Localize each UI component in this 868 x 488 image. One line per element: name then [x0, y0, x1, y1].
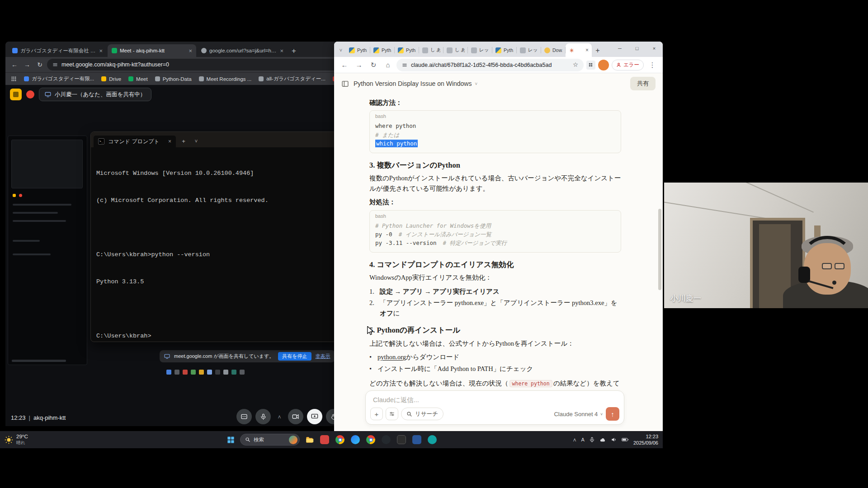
python-org-link[interactable]: python.org	[377, 353, 406, 361]
browser-tab[interactable]: レッ...	[517, 43, 541, 57]
microphone-button[interactable]	[255, 409, 271, 424]
terminal-tab[interactable]: >_ コマンド プロンプト ×	[94, 136, 176, 147]
weather-widget[interactable]: 29°C 晴れ	[5, 431, 28, 448]
terminal-dropdown-icon[interactable]: ∨	[191, 138, 201, 144]
tab-search-icon[interactable]: ∨	[336, 43, 346, 57]
terminal-app-icon[interactable]	[396, 434, 407, 446]
browser-tab[interactable]: レッス...	[468, 43, 492, 57]
start-button[interactable]	[225, 434, 236, 446]
browser-tab-meet[interactable]: Meet - akq-pihm-ktt ×	[108, 44, 196, 57]
code-block: bash # Python Launcher for Windowsを使用 py…	[369, 210, 621, 253]
preview-line	[13, 204, 71, 206]
section-heading: 確認方法：	[369, 98, 621, 108]
bookmark-item[interactable]: ガラバゴスタディー有限...	[24, 75, 94, 82]
research-button[interactable]: リサーチ	[401, 408, 443, 420]
file-explorer-icon[interactable]	[303, 434, 315, 446]
onedrive-cloud-icon[interactable]	[599, 436, 606, 443]
shared-screen-self-preview[interactable]	[8, 136, 87, 365]
share-button[interactable]: 共有	[630, 77, 656, 90]
browser-tab-google[interactable]: google.com/url?sa=j&url=http... ×	[197, 44, 288, 57]
bookmark-item[interactable]: Meet Recordings ...	[199, 76, 252, 82]
hide-banner-link[interactable]: 非表示	[316, 353, 330, 360]
new-terminal-tab-button[interactable]: +	[179, 138, 189, 145]
speaker-icon[interactable]	[611, 436, 617, 443]
url-text: meet.google.com/akq-pihm-ktt?authuser=0	[61, 61, 169, 68]
browser-tab[interactable]: Pyth...	[346, 43, 370, 57]
bookmark-item[interactable]: Meet	[128, 76, 148, 82]
photos-icon[interactable]	[426, 434, 438, 446]
send-button[interactable]: ↑	[606, 407, 619, 421]
captions-button[interactable]	[236, 409, 252, 424]
bookmark-item[interactable]: Drive	[101, 76, 121, 82]
device-chevron-button[interactable]: ∧	[274, 412, 284, 422]
ime-indicator[interactable]: A	[581, 437, 585, 442]
browser-menu-icon[interactable]: ⋮	[646, 59, 658, 71]
reply-input[interactable]	[373, 396, 616, 404]
chrome-profile2-icon[interactable]	[365, 434, 377, 446]
forward-button[interactable]: →	[22, 59, 33, 70]
sync-error-chip[interactable]: エラー	[612, 60, 644, 70]
tab-close-icon[interactable]: ×	[189, 47, 192, 54]
browser-tab[interactable]: し あ...	[443, 43, 468, 57]
home-button[interactable]: ⌂	[382, 59, 394, 71]
apps-grid-icon[interactable]	[11, 76, 17, 82]
attach-button[interactable]: +	[370, 408, 383, 420]
camera-button[interactable]	[288, 409, 303, 424]
browser-tab[interactable]: Dow...	[541, 43, 566, 57]
taskbar-search[interactable]: 検索	[240, 434, 300, 446]
tab-close-icon[interactable]: ×	[168, 138, 171, 145]
bookmark-item[interactable]: Python-Data	[155, 76, 192, 82]
presentation-icon[interactable]	[10, 89, 22, 100]
extension-icon[interactable]	[586, 61, 595, 70]
browser-tab[interactable]: し あ...	[419, 43, 443, 57]
battery-icon[interactable]	[622, 437, 629, 442]
tab-close-icon[interactable]: ×	[280, 47, 283, 54]
edge-icon[interactable]	[349, 434, 361, 446]
conversation-title[interactable]: Python Version Display Issue on Windows …	[354, 80, 478, 87]
code-content[interactable]: # Python Launcher for Windowsを使用 py -0# …	[370, 219, 621, 252]
browser-tab[interactable]: Pyth...	[370, 43, 395, 57]
back-button[interactable]: ←	[339, 59, 350, 71]
stop-sharing-button[interactable]: 共有を停止	[278, 352, 311, 361]
browser-tab[interactable]: Pyth...	[395, 43, 419, 57]
model-selector[interactable]: Claude Sonnet 4 ∨	[554, 411, 603, 418]
sliders-icon	[389, 411, 395, 417]
tab-title: Pyth...	[357, 47, 367, 53]
recorder-app-icon[interactable]	[319, 434, 330, 446]
webcam-overlay[interactable]: 小川慶一	[664, 183, 868, 308]
profile-avatar[interactable]	[598, 60, 609, 70]
code-comment: # 特定バージョンで実行	[443, 239, 507, 246]
github-desktop-icon[interactable]	[380, 434, 392, 446]
taskbar-clock[interactable]: 12:23 2025/09/06	[633, 433, 658, 446]
bookmark-star-icon[interactable]: ☆	[573, 61, 578, 69]
address-bar[interactable]: claude.ai/chat/67b8f1a2-1d52-4f56-bbda-c…	[396, 59, 584, 71]
word-icon[interactable]	[411, 434, 423, 446]
presenter-pill[interactable]: 小川慶一（あなた、画面を共有中）	[39, 88, 151, 101]
code-content[interactable]: where python # または which python	[370, 119, 621, 152]
maximize-button[interactable]: □	[628, 42, 646, 55]
new-tab-button[interactable]: +	[592, 44, 604, 57]
reload-button[interactable]: ↻	[368, 59, 379, 71]
browser-tab-calendar[interactable]: ガラバゴスタディー有限会社 - カレン ×	[8, 44, 107, 57]
forward-button[interactable]: →	[353, 59, 365, 71]
present-button[interactable]	[307, 409, 322, 424]
sidebar-toggle-icon[interactable]	[341, 80, 349, 88]
tab-close-icon[interactable]: ×	[99, 47, 103, 54]
tray-expand-icon[interactable]: ∧	[572, 436, 576, 443]
browser-tab-claude[interactable]: ×	[566, 43, 592, 57]
close-window-button[interactable]: ×	[646, 42, 663, 55]
chrome-icon[interactable]	[334, 434, 346, 446]
list-item: 2. 「アプリインストーラー python.exe」と「アプリインストーラー p…	[369, 298, 621, 318]
list-text: python.orgからダウンロード	[377, 352, 459, 362]
tab-close-icon[interactable]: ×	[585, 47, 589, 53]
chat-scroll-area[interactable]: 確認方法： bash where python # または which pyth…	[334, 94, 663, 390]
tools-button[interactable]	[386, 408, 398, 420]
back-button[interactable]: ←	[9, 59, 20, 70]
scrollbar-thumb[interactable]	[658, 209, 661, 290]
browser-tab[interactable]: Pyth...	[492, 43, 517, 57]
bookmark-item[interactable]: all-ガラバゴスタディー...	[259, 75, 326, 82]
reload-button[interactable]: ↻	[34, 59, 45, 70]
minimize-button[interactable]: ─	[611, 42, 628, 55]
new-tab-button[interactable]: +	[288, 45, 299, 57]
tray-microphone-icon[interactable]	[589, 437, 595, 443]
